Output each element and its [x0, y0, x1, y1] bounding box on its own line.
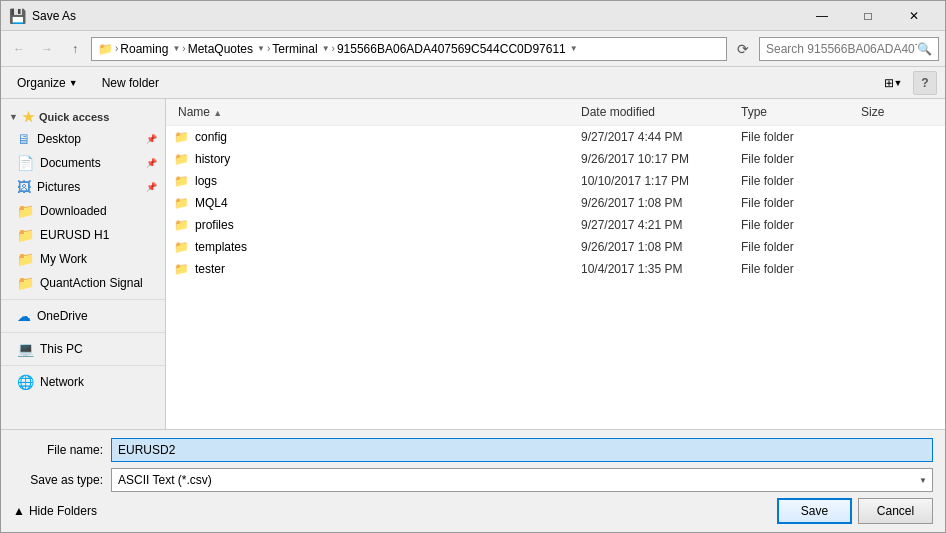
search-box: 🔍 [759, 37, 939, 61]
organize-button[interactable]: Organize ▼ [9, 71, 86, 95]
address-bar: ← → ↑ 📁 › Roaming ▼ › MetaQuotes ▼ › Ter… [1, 31, 945, 67]
sidebar-item-onedrive[interactable]: ☁ OneDrive [1, 304, 165, 328]
table-row[interactable]: 📁 templates 9/26/2017 1:08 PM File folde… [166, 236, 945, 258]
main-content: ▼ ★ Quick access 🖥 Desktop 📌 📄 Documents… [1, 99, 945, 429]
pin-icon: 📌 [146, 134, 157, 144]
file-list: Name ▲ Date modified Type Size 📁 config [166, 99, 945, 429]
breadcrumb-terminal[interactable]: Terminal ▼ [272, 42, 329, 56]
table-row[interactable]: 📁 tester 10/4/2017 1:35 PM File folder [166, 258, 945, 280]
folder-icon-row: 📁 [174, 218, 189, 232]
folder-icon-row: 📁 [174, 240, 189, 254]
breadcrumb[interactable]: 📁 › Roaming ▼ › MetaQuotes ▼ › Terminal … [91, 37, 727, 61]
quick-access-icon: ★ [22, 109, 35, 125]
search-input[interactable] [766, 42, 917, 56]
folder-icon3: 📁 [17, 227, 34, 243]
sidebar-item-quantaction[interactable]: 📁 QuantAction Signal [1, 271, 165, 295]
sidebar-divider1 [1, 299, 165, 300]
pin-icon2: 📌 [146, 158, 157, 168]
computer-icon: 💻 [17, 341, 34, 357]
chevron-down-icon2: ▼ [894, 78, 903, 88]
sidebar-item-downloaded[interactable]: 📁 Downloaded [1, 199, 165, 223]
network-icon: 🌐 [17, 374, 34, 390]
sidebar-item-network[interactable]: 🌐 Network [1, 370, 165, 394]
sidebar-item-mywork[interactable]: 📁 My Work [1, 247, 165, 271]
folder-icon-row: 📁 [174, 262, 189, 276]
savetype-label: Save as type: [13, 473, 103, 487]
folder-icon4: 📁 [17, 251, 34, 267]
table-row[interactable]: 📁 history 9/26/2017 10:17 PM File folder [166, 148, 945, 170]
filename-row: File name: [13, 438, 933, 462]
up-button[interactable]: ↑ [63, 37, 87, 61]
breadcrumb-metaquotes[interactable]: MetaQuotes ▼ [188, 42, 265, 56]
button-row: ▲ Hide Folders Save Cancel [13, 498, 933, 524]
minimize-button[interactable]: — [799, 1, 845, 31]
help-button[interactable]: ? [913, 71, 937, 95]
title-bar: 💾 Save As — □ ✕ [1, 1, 945, 31]
sidebar-divider3 [1, 365, 165, 366]
forward-button[interactable]: → [35, 37, 59, 61]
window-icon: 💾 [9, 8, 26, 24]
maximize-button[interactable]: □ [845, 1, 891, 31]
folder-icon-row: 📁 [174, 174, 189, 188]
file-list-header: Name ▲ Date modified Type Size [166, 99, 945, 126]
save-as-dialog: 💾 Save As — □ ✕ ← → ↑ 📁 › Roaming ▼ › Me… [0, 0, 946, 533]
header-modified[interactable]: Date modified [577, 103, 737, 121]
header-name[interactable]: Name ▲ [174, 103, 577, 121]
folder-icon2: 📁 [17, 203, 34, 219]
folder-icon-row: 📁 [174, 196, 189, 210]
sidebar-item-eurusd[interactable]: 📁 EURUSD H1 [1, 223, 165, 247]
documents-icon: 📄 [17, 155, 34, 171]
sidebar-item-documents[interactable]: 📄 Documents 📌 [1, 151, 165, 175]
folder-icon: 🖥 [17, 131, 31, 147]
savetype-row: Save as type: ASCII Text (*.csv) CSV (*.… [13, 468, 933, 492]
bottom-area: File name: Save as type: ASCII Text (*.c… [1, 429, 945, 532]
refresh-button[interactable]: ⟳ [731, 37, 755, 61]
save-button[interactable]: Save [777, 498, 852, 524]
quick-access-header[interactable]: ▼ ★ Quick access [1, 103, 165, 127]
sidebar-item-thispc[interactable]: 💻 This PC [1, 337, 165, 361]
search-icon: 🔍 [917, 42, 932, 56]
toolbar: Organize ▼ New folder ⊞ ▼ ? [1, 67, 945, 99]
breadcrumb-hash[interactable]: 915566BA06ADA407569C544CC0D97611 ▼ [337, 42, 578, 56]
filename-input[interactable] [111, 438, 933, 462]
sidebar-divider2 [1, 332, 165, 333]
sidebar-item-desktop[interactable]: 🖥 Desktop 📌 [1, 127, 165, 151]
header-size[interactable]: Size [857, 103, 937, 121]
onedrive-icon: ☁ [17, 308, 31, 324]
breadcrumb-roaming[interactable]: Roaming ▼ [120, 42, 180, 56]
cancel-button[interactable]: Cancel [858, 498, 933, 524]
table-row[interactable]: 📁 MQL4 9/26/2017 1:08 PM File folder [166, 192, 945, 214]
close-button[interactable]: ✕ [891, 1, 937, 31]
breadcrumb-item: 📁 [98, 42, 113, 56]
folder-icon5: 📁 [17, 275, 34, 291]
new-folder-button[interactable]: New folder [94, 71, 167, 95]
chevron-up-icon: ▲ [13, 504, 25, 518]
sidebar-item-pictures[interactable]: 🖼 Pictures 📌 [1, 175, 165, 199]
sort-arrow: ▲ [213, 108, 222, 118]
window-title: Save As [32, 9, 793, 23]
header-type[interactable]: Type [737, 103, 857, 121]
pin-icon3: 📌 [146, 182, 157, 192]
savetype-wrapper: ASCII Text (*.csv) CSV (*.csv) Text (*.t… [111, 468, 933, 492]
table-row[interactable]: 📁 profiles 9/27/2017 4:21 PM File folder [166, 214, 945, 236]
folder-icon-row: 📁 [174, 130, 189, 144]
hide-folders-button[interactable]: ▲ Hide Folders [13, 504, 97, 518]
chevron-down-icon: ▼ [69, 78, 78, 88]
table-row[interactable]: 📁 logs 10/10/2017 1:17 PM File folder [166, 170, 945, 192]
pictures-icon: 🖼 [17, 179, 31, 195]
window-controls: — □ ✕ [799, 1, 937, 31]
chevron-down-icon3: ▼ [9, 112, 18, 122]
table-row[interactable]: 📁 config 9/27/2017 4:44 PM File folder [166, 126, 945, 148]
back-button[interactable]: ← [7, 37, 31, 61]
savetype-select[interactable]: ASCII Text (*.csv) CSV (*.csv) Text (*.t… [111, 468, 933, 492]
sidebar: ▼ ★ Quick access 🖥 Desktop 📌 📄 Documents… [1, 99, 166, 429]
view-button[interactable]: ⊞ ▼ [881, 71, 905, 95]
filename-label: File name: [13, 443, 103, 457]
folder-icon-row: 📁 [174, 152, 189, 166]
